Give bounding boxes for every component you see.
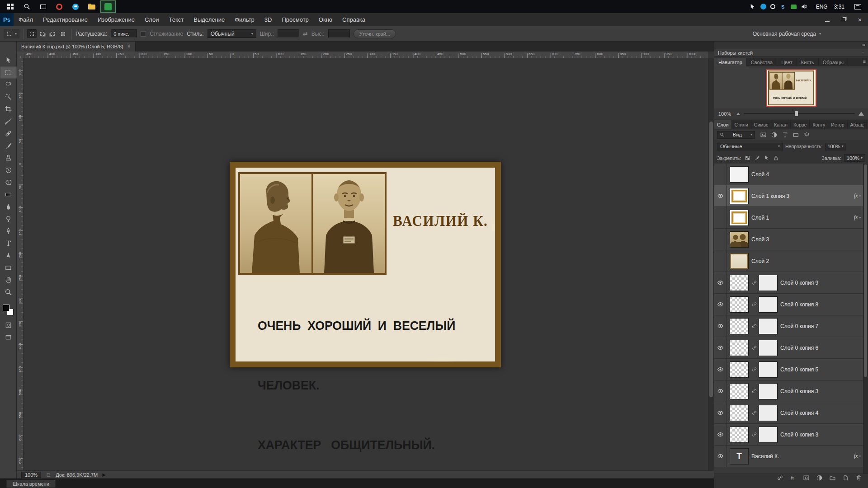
layer-mask-thumbnail[interactable] xyxy=(759,275,777,291)
opacity-value[interactable]: 100%▾ xyxy=(825,143,846,150)
layer-name[interactable]: Слой 0 копия 3 xyxy=(780,388,868,394)
path-selection-tool[interactable] xyxy=(0,249,17,262)
selection-subtract-button[interactable] xyxy=(48,29,57,38)
layer-visibility-toggle[interactable] xyxy=(714,380,727,402)
document-tab[interactable]: Василий К cup.psd @ 100% (Слой 5, RGB/8)… xyxy=(17,42,136,52)
layer-visibility-toggle[interactable] xyxy=(714,294,727,315)
menu-item[interactable]: Фильтр xyxy=(230,13,259,26)
taskbar-app-explorer[interactable] xyxy=(84,0,99,13)
panel-menu-icon[interactable]: ≡ xyxy=(862,50,864,56)
zoom-input[interactable]: 100% xyxy=(21,472,41,478)
layer-row[interactable]: T Слой 0 копия 8 fx▾ xyxy=(714,294,868,315)
panel-tab[interactable]: Симвс xyxy=(751,120,771,129)
panel-tab[interactable]: Слои xyxy=(714,120,732,129)
status-flyout-arrow[interactable]: ▶ xyxy=(102,472,106,477)
layer-name[interactable]: Василий К. xyxy=(751,453,854,460)
slider-thumb[interactable] xyxy=(795,111,798,116)
layer-row[interactable]: T Слой 0 копия 5 fx▾ xyxy=(714,359,868,380)
layer-thumbnail[interactable]: T xyxy=(730,210,748,225)
panel-tab[interactable]: Цвет xyxy=(777,58,797,66)
layer-thumbnail[interactable]: T xyxy=(730,253,748,269)
timeline-tab[interactable]: Шкала времени xyxy=(6,480,56,488)
screen-mode-button[interactable] xyxy=(0,331,17,343)
menu-item[interactable]: Изображение xyxy=(93,13,140,26)
hand-tool[interactable] xyxy=(0,274,17,286)
minimize-button[interactable] xyxy=(819,13,835,26)
layer-visibility-toggle[interactable] xyxy=(714,402,727,423)
layer-visibility-toggle[interactable] xyxy=(714,359,727,380)
delete-layer-icon[interactable] xyxy=(855,474,863,482)
messenger-tray-icon[interactable] xyxy=(760,4,766,9)
layer-visibility-toggle[interactable] xyxy=(714,164,727,185)
brush-presets-panel-header[interactable]: Наборы кистей ≡ xyxy=(714,49,868,56)
layer-thumbnail[interactable]: T xyxy=(730,188,748,204)
brush-tool[interactable] xyxy=(0,140,17,152)
selection-new-button[interactable] xyxy=(27,29,37,38)
move-tool[interactable] xyxy=(0,54,17,66)
layer-row[interactable]: T Слой 1 fx▾ xyxy=(714,207,868,229)
menu-item[interactable]: Слои xyxy=(140,13,164,26)
layer-row[interactable]: T Слой 1 копия 3 fx▾ xyxy=(714,185,868,207)
healing-brush-tool[interactable] xyxy=(0,127,17,140)
sim-chip-icon[interactable] xyxy=(791,5,797,9)
layer-thumbnail[interactable]: T xyxy=(730,405,748,421)
layer-style-icon[interactable] xyxy=(790,474,797,482)
layer-thumbnail[interactable]: T xyxy=(730,167,748,182)
layer-mask-thumbnail[interactable] xyxy=(759,405,777,421)
collapse-panels-icon[interactable]: « xyxy=(862,42,865,49)
canvas-area[interactable]: ВАСИЛИЙ К. ОЧЕНЬ ХОРОШИЙ И ВЕСЕЛЫЙ ЧЕЛОВ… xyxy=(17,58,708,470)
quick-selection-tool[interactable] xyxy=(0,91,17,103)
type-tool[interactable] xyxy=(0,237,17,249)
pen-tool[interactable] xyxy=(0,225,17,237)
layer-mask-thumbnail[interactable] xyxy=(759,319,777,334)
layer-name[interactable]: Слой 0 копия 7 xyxy=(780,323,868,329)
layer-fx-badge[interactable]: fx▾ xyxy=(854,453,861,460)
layer-name[interactable]: Слой 3 xyxy=(751,236,868,243)
menu-item[interactable]: Просмотр xyxy=(277,13,313,26)
history-brush-tool[interactable] xyxy=(0,164,17,176)
layer-visibility-toggle[interactable] xyxy=(714,250,727,272)
refine-edge-button[interactable]: Уточн. край... xyxy=(354,29,396,38)
layer-visibility-toggle[interactable] xyxy=(714,185,727,206)
layer-row[interactable]: T Слой 2 fx▾ xyxy=(714,250,868,272)
layers-scrollbar[interactable] xyxy=(863,164,868,474)
restore-button[interactable] xyxy=(835,13,852,26)
layer-mask-thumbnail[interactable] xyxy=(759,362,777,377)
panel-tab[interactable]: Навигатор xyxy=(714,58,747,66)
adjustment-layer-icon[interactable] xyxy=(816,474,823,482)
new-layer-icon[interactable] xyxy=(842,474,849,482)
layer-row[interactable]: T Слой 0 копия 9 fx▾ xyxy=(714,272,868,294)
layer-visibility-toggle[interactable] xyxy=(714,337,727,358)
layer-thumbnail[interactable]: T xyxy=(730,427,748,442)
panel-tab[interactable]: Образцы xyxy=(819,58,848,66)
close-button[interactable]: × xyxy=(852,13,868,26)
layer-thumbnail[interactable]: T xyxy=(730,340,748,356)
layer-row[interactable]: T Василий К. fx▾ xyxy=(714,446,868,467)
layer-row[interactable]: T Слой 3 fx▾ xyxy=(714,229,868,250)
layer-name[interactable]: Слой 0 копия 8 xyxy=(780,301,868,308)
layer-row[interactable]: T Слой 0 копия 6 fx▾ xyxy=(714,337,868,359)
layer-thumbnail[interactable]: T xyxy=(730,449,748,464)
task-view-button[interactable] xyxy=(35,0,51,13)
layer-mask-thumbnail[interactable] xyxy=(759,384,777,399)
dodge-tool[interactable] xyxy=(0,213,17,225)
menu-item[interactable]: Окно xyxy=(314,13,337,26)
layer-name[interactable]: Слой 2 xyxy=(751,258,868,264)
scrollbar-thumb[interactable] xyxy=(709,122,713,397)
start-button[interactable] xyxy=(3,0,18,13)
panel-tab[interactable]: Корре xyxy=(791,120,810,129)
layer-row[interactable]: T Слой 0 копия 4 fx▾ xyxy=(714,402,868,424)
menu-item[interactable]: 3D xyxy=(259,13,277,26)
filter-type-layers-icon[interactable] xyxy=(781,131,789,138)
lock-pixels-icon[interactable] xyxy=(753,155,761,162)
layer-name[interactable]: Слой 4 xyxy=(751,171,868,178)
menu-item[interactable]: Справка xyxy=(337,13,370,26)
swap-dimensions-icon[interactable]: ⇄ xyxy=(303,30,308,37)
layer-name[interactable]: Слой 0 копия 3 xyxy=(780,432,868,438)
filter-smart-objects-icon[interactable] xyxy=(802,131,811,138)
layer-name[interactable]: Слой 0 копия 5 xyxy=(780,366,868,373)
color-swatches[interactable] xyxy=(3,305,14,315)
open-document[interactable]: ВАСИЛИЙ К. ОЧЕНЬ ХОРОШИЙ И ВЕСЕЛЫЙ ЧЕЛОВ… xyxy=(230,162,501,367)
navigator-zoom-value[interactable]: 100% xyxy=(718,111,733,117)
marquee-tool[interactable] xyxy=(0,66,17,79)
